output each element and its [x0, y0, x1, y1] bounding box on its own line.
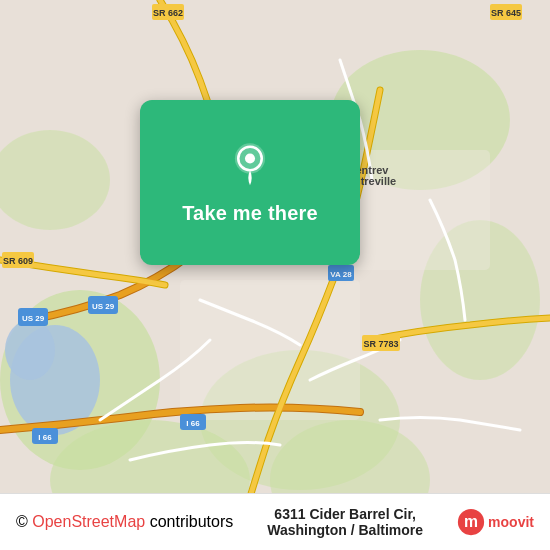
location-pin-icon	[224, 140, 276, 192]
svg-text:SR 7783: SR 7783	[363, 339, 398, 349]
svg-text:VA 28: VA 28	[330, 270, 352, 279]
svg-text:SR 609: SR 609	[3, 256, 33, 266]
attribution-suffix: contributors	[145, 513, 233, 530]
svg-text:US 29: US 29	[22, 314, 45, 323]
moovit-logo-icon: m	[457, 508, 485, 536]
svg-point-42	[245, 153, 255, 163]
svg-text:SR 645: SR 645	[491, 8, 521, 18]
moovit-text: moovit	[488, 514, 534, 530]
map-container: I 66 I 66 US 29 US 29 US 29 VA 28 VA 28 …	[0, 0, 550, 550]
address-text: 6311 Cider Barrel Cir, Washington / Balt…	[233, 506, 457, 538]
action-card[interactable]: Take me there	[140, 100, 360, 265]
svg-text:I 66: I 66	[186, 419, 200, 428]
moovit-logo: m moovit	[457, 508, 534, 536]
svg-point-9	[5, 320, 55, 380]
take-me-there-button[interactable]: Take me there	[182, 202, 318, 225]
svg-text:US 29: US 29	[92, 302, 115, 311]
svg-text:m: m	[464, 513, 478, 530]
openstreetmap-link[interactable]: OpenStreetMap	[32, 513, 145, 530]
attribution: © OpenStreetMap contributors	[16, 513, 233, 531]
svg-text:I 66: I 66	[38, 433, 52, 442]
svg-rect-10	[180, 280, 360, 420]
map-svg: I 66 I 66 US 29 US 29 US 29 VA 28 VA 28 …	[0, 0, 550, 550]
attribution-prefix: ©	[16, 513, 32, 530]
svg-text:SR 662: SR 662	[153, 8, 183, 18]
bottom-bar: © OpenStreetMap contributors 6311 Cider …	[0, 493, 550, 550]
